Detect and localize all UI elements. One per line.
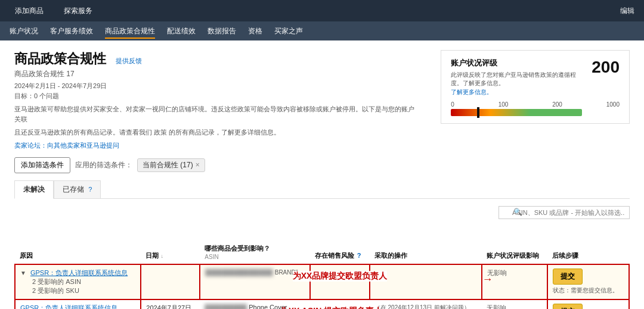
data-table: 原因 日期 ↓ 哪些商品会受到影响？ ASIN 存在销售风险 ? 采取的操作 账… — [14, 241, 630, 310]
feedback-link[interactable]: 提供反馈 — [116, 57, 142, 65]
nav-shipping[interactable]: 配送绩效 — [167, 24, 196, 39]
add-filter-btn[interactable]: 添加筛选条件 — [14, 157, 70, 173]
add-product-btn[interactable]: 添加商品 — [10, 3, 49, 19]
th-account-impact: 账户状况评级影响 — [482, 241, 548, 264]
annotation-2: 为XX ASIN 提交欧盟负责人 — [280, 306, 382, 310]
annotation-1: 为XX品牌提交欧盟负责人 — [293, 271, 388, 280]
score-value: 200 — [592, 58, 620, 77]
expand-chevron[interactable]: ▼ — [20, 270, 26, 276]
detail1-submit-btn[interactable]: 提交 — [553, 304, 583, 310]
th-sales-risk: 存在销售风险 ? — [310, 241, 370, 264]
tab-saved[interactable]: 已存储 ? — [54, 180, 101, 198]
th-next-steps: 后续步骤 — [547, 241, 629, 264]
th-date[interactable]: 日期 ↓ — [141, 241, 200, 264]
page-header: 商品政策合规性 提供反馈 商品政策合规性 17 2024年2月1日 - 2024… — [14, 50, 630, 150]
nav-customer-service[interactable]: 客户服务绩效 — [50, 24, 93, 39]
detail1-next-steps-cell: 提交 状态：需要您提交信息。 — [547, 299, 629, 310]
nav-data-reports[interactable]: 数据报告 — [208, 24, 236, 39]
table-area: 🔍 原因 日期 ↓ 哪些商品会受到影响？ ASIN 存在销售风险 — [14, 206, 630, 310]
th-action: 采取的操作 — [370, 241, 482, 264]
top-bar: 添加商品 探索服务 编辑 — [0, 0, 644, 21]
filter-bar: 添加筛选条件 应用的筛选条件： 当前合规性 (17) × — [14, 157, 630, 173]
applied-filters-label: 应用的筛选条件： — [75, 160, 132, 170]
group-asin-cell: ████████████████ BRAND" — [200, 264, 309, 299]
table-row: GPSR：负责人详细联系系统信息 2024年7月27日 ██████████ P… — [15, 299, 629, 310]
description-line1: 亚马逊政策可帮助您提供对买家安全、对卖家一视同仁的店铺环境。违反这些政策可能会导… — [14, 104, 420, 124]
description-line2: 且还反亚马逊政策的所有商品记录。请查看我们 政策 的所有商品记录，了解更多详细信… — [14, 127, 420, 138]
edit-btn[interactable]: 编辑 — [620, 6, 634, 16]
group-submit-btn[interactable]: 提交 — [553, 269, 583, 285]
detail1-action-cell: 为XX ASIN 提交欧盟负责人 → （在 2024年12月13日 前解决问题） — [370, 299, 482, 310]
asin-blurred: ████████████████ — [205, 269, 273, 276]
score-desc: 此评级反映了您对账户亚马逊销售政策的遵循程度。了解更多信息。 — [451, 71, 582, 88]
page-title-section: 商品政策合规性 提供反馈 商品政策合规性 17 2024年2月1日 - 2024… — [14, 50, 429, 150]
explore-services-btn[interactable]: 探索服务 — [58, 3, 98, 19]
secondary-nav: 账户状况 客户服务绩效 商品政策合规性 配送绩效 数据报告 资格 买家之声 — [0, 21, 644, 40]
score-bar-labels: 0 100 200 1000 — [451, 101, 620, 108]
date-range: 2024年2月1日 - 2024年7月29日 — [14, 82, 429, 90]
sub-item-2: 2 受影响的 SKU — [20, 286, 135, 295]
page-subtitle: 商品政策合规性 17 — [14, 69, 429, 79]
goals: 目标：0 个问题 — [14, 92, 429, 101]
filter-tag-label: 当前合规性 (17) — [143, 160, 193, 170]
table-row: ▼ GPSR：负责人详细联系系统信息 2 受影响的 ASIN 2 受影响的 SK… — [15, 264, 629, 299]
date-sort-icon: ↓ — [160, 253, 163, 259]
th-affected: 哪些商品会受到影响？ ASIN — [200, 241, 309, 264]
nav-account-status[interactable]: 账户状况 — [10, 24, 38, 39]
arrow-1: → — [482, 273, 493, 286]
group-reason-link[interactable]: GPSR：负责人详细联系系统信息 — [30, 269, 128, 276]
active-filter-tag: 当前合规性 (17) × — [137, 158, 205, 172]
score-card-title: 账户状况评级 — [451, 58, 582, 68]
asin-blurred-1: ██████████ — [205, 304, 247, 310]
main-content: 商品政策合规性 提供反馈 商品政策合规性 17 2024年2月1日 - 2024… — [0, 40, 644, 309]
filter-close-btn[interactable]: × — [196, 161, 200, 169]
top-bar-left: 添加商品 探索服务 — [10, 3, 98, 19]
score-bar-container: 0 100 200 1000 — [451, 101, 620, 116]
nav-product-policy[interactable]: 商品政策合规性 — [105, 24, 155, 39]
group-next-steps-cell: 提交 状态：需要您提交信息。 — [547, 264, 629, 299]
score-bar-marker — [477, 107, 479, 118]
group-reason-cell: ▼ GPSR：负责人详细联系系统信息 2 受影响的 ASIN 2 受影响的 SK… — [15, 264, 141, 299]
seller-forum-link[interactable]: 卖家论坛：向其他卖家和亚马逊提问 — [14, 141, 429, 150]
search-bar: 🔍 — [14, 206, 630, 219]
group-date-cell — [141, 264, 200, 299]
group-sales-risk-cell — [310, 264, 370, 299]
group-action-cell: 为XX品牌提交欧盟负责人 → — [370, 264, 482, 299]
tabs: 未解决 已存储 ? — [14, 180, 630, 199]
score-learn-more[interactable]: 了解更多信息。 — [451, 89, 493, 95]
detail1-reason-link[interactable]: GPSR：负责人详细联系系统信息 — [20, 304, 117, 310]
tab-saved-info: ? — [88, 186, 92, 193]
page-title: 商品政策合规性 — [14, 50, 106, 68]
tab-unresolved[interactable]: 未解决 — [14, 180, 54, 199]
sub-item-1: 2 受影响的 ASIN — [20, 277, 135, 286]
resolve-date-1: （在 2024年12月13日 前解决问题） — [374, 304, 477, 310]
score-card: 账户状况评级 此评级反映了您对账户亚马逊销售政策的遵循程度。了解更多信息。 了解… — [441, 50, 630, 124]
score-bar-track — [451, 109, 582, 116]
detail1-date-cell: 2024年7月27日 — [141, 299, 200, 310]
nav-qualifications[interactable]: 资格 — [248, 24, 262, 39]
detail1-reason-cell: GPSR：负责人详细联系系统信息 — [15, 299, 141, 310]
sales-risk-info-icon[interactable]: ? — [357, 252, 361, 259]
th-reason: 原因 — [15, 241, 141, 264]
nav-buyer-voice[interactable]: 买家之声 — [274, 24, 303, 39]
group-status-note: 状态：需要您提交信息。 — [553, 286, 624, 295]
arrow-2: → — [483, 306, 494, 310]
